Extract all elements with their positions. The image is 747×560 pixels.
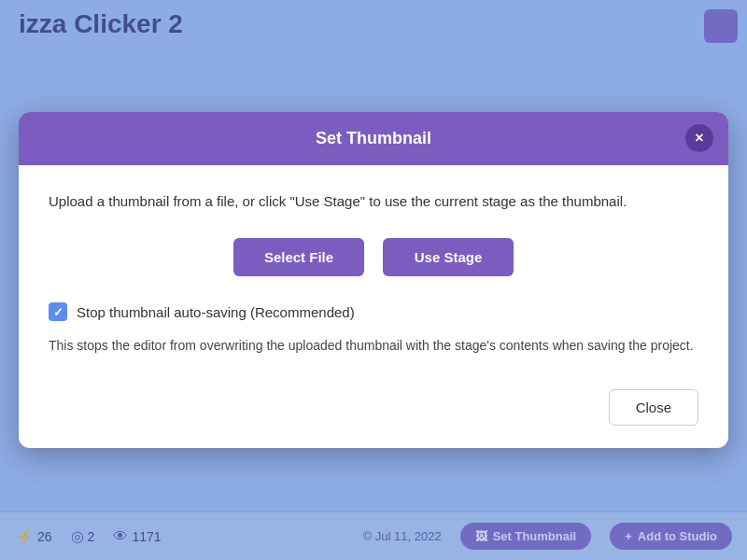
modal-action-buttons: Select File Use Stage	[49, 238, 698, 276]
set-thumbnail-modal: Set Thumbnail × Upload a thumbnail from …	[19, 112, 728, 449]
checkbox-label: Stop thumbnail auto-saving (Recommended)	[77, 304, 355, 320]
use-stage-button[interactable]: Use Stage	[383, 238, 514, 276]
modal-body: Upload a thumbnail from a file, or click…	[19, 165, 728, 449]
modal-footer: Close	[49, 382, 698, 426]
close-button[interactable]: Close	[609, 389, 698, 426]
modal-note: This stops the editor from overwriting t…	[49, 336, 698, 356]
auto-save-checkbox[interactable]	[49, 302, 67, 321]
modal-overlay: Set Thumbnail × Upload a thumbnail from …	[0, 0, 747, 560]
modal-description: Upload a thumbnail from a file, or click…	[49, 191, 698, 213]
select-file-button[interactable]: Select File	[233, 238, 364, 276]
modal-close-button[interactable]: ×	[685, 124, 713, 152]
checkbox-row: Stop thumbnail auto-saving (Recommended)	[49, 302, 698, 321]
modal-title: Set Thumbnail	[316, 129, 431, 148]
modal-header: Set Thumbnail ×	[19, 112, 728, 165]
